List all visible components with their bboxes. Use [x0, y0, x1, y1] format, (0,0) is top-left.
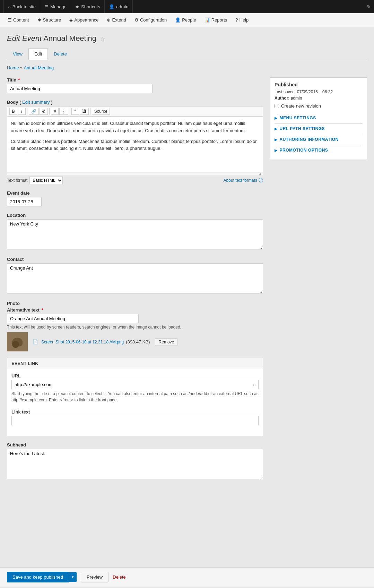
list-ul-button[interactable]: ≡	[51, 108, 59, 115]
appearance-icon: ◈	[69, 17, 73, 23]
toolbar-separator-2	[49, 108, 50, 114]
save-button[interactable]: Save and keep published	[7, 572, 69, 582]
nav-extend[interactable]: ⊕ Extend	[103, 13, 130, 27]
manage-icon: ☰	[44, 4, 49, 9]
title-required: *	[18, 77, 20, 83]
create-revision-checkbox[interactable]	[275, 104, 279, 108]
bold-button[interactable]: B	[9, 108, 17, 115]
event-date-input[interactable]	[7, 197, 42, 206]
alt-text-label: Alternative text *	[7, 307, 263, 313]
edit-summary-link[interactable]: Edit summary	[22, 100, 50, 105]
editor-wrapper: B I 🔗 ⊘ ≡ ⋮ " 🖼 Source	[7, 106, 263, 175]
image-button[interactable]: 🖼	[80, 108, 89, 115]
about-formats-link[interactable]: About text formats	[224, 178, 257, 183]
config-icon: ⚙	[134, 17, 139, 23]
nav-people[interactable]: 👤 People	[171, 13, 200, 27]
right-column: Published Last saved: 07/09/2015 – 06:32…	[270, 77, 367, 165]
event-link-header: EVENT LINK	[7, 358, 263, 369]
nav-bar: ☰ Content ❖ Structure ◈ Appearance ⊕ Ext…	[0, 13, 374, 27]
authoring-info-header[interactable]: ▶ AUTHORING INFORMATION	[275, 137, 363, 142]
tab-delete[interactable]: Delete	[48, 48, 73, 60]
title-field-group: Title *	[7, 77, 263, 93]
editor-content[interactable]: Nullam id dolor id nibh ulltricies vehic…	[7, 117, 263, 172]
url-help-text: Start typing the title of a piece of con…	[11, 391, 259, 403]
nav-structure[interactable]: ❖ Structure	[33, 13, 66, 27]
editor-resize-handle[interactable]: ◢	[7, 172, 263, 175]
menu-settings-header[interactable]: ▶ MENU SETTINGS	[275, 116, 363, 120]
save-dropdown-button[interactable]: ▾	[69, 572, 77, 582]
collapse-arrow-promotion: ▶	[275, 148, 278, 152]
admin-user-link[interactable]: 👤 admin	[105, 0, 133, 13]
location-label: Location	[7, 213, 263, 218]
subhead-field-group: Subhead Here's the Latest.	[7, 442, 263, 480]
subhead-textarea[interactable]: Here's the Latest.	[7, 449, 263, 479]
unlink-button[interactable]: ⊘	[40, 108, 48, 115]
collapse-arrow-url: ▶	[275, 127, 278, 131]
event-date-field-group: Event date	[7, 190, 263, 206]
extend-icon: ⊕	[107, 17, 111, 23]
tab-edit[interactable]: Edit	[28, 48, 48, 60]
subhead-label: Subhead	[7, 442, 263, 448]
authoring-info-section: ▶ AUTHORING INFORMATION	[275, 134, 363, 145]
url-input-wrap: ○	[11, 380, 259, 389]
editor-toolbar: B I 🔗 ⊘ ≡ ⋮ " 🖼 Source	[7, 106, 263, 117]
menu-settings-section: ▶ MENU SETTINGS	[275, 113, 363, 123]
home-icon: ⌂	[8, 4, 11, 9]
nav-reports[interactable]: 📊 Reports	[200, 13, 232, 27]
breadcrumb-current[interactable]: Antual Meeting	[24, 65, 54, 70]
location-textarea[interactable]: New York City	[7, 219, 263, 249]
link-button[interactable]: 🔗	[29, 108, 39, 115]
photo-filename-link[interactable]: Screen Shot 2015-06-10 at 12.31.18 AM.pn…	[41, 340, 124, 344]
contact-textarea[interactable]: Orange Ant	[7, 263, 263, 293]
nav-appearance[interactable]: ◈ Appearance	[65, 13, 103, 27]
favorite-icon[interactable]: ☆	[100, 36, 105, 42]
list-ol-button[interactable]: ⋮	[59, 108, 68, 115]
delete-link[interactable]: Delete	[113, 574, 126, 580]
breadcrumb-home[interactable]: Home	[7, 65, 19, 70]
page-content: Edit Event Annual Meeting ☆ View Edit De…	[0, 27, 374, 567]
main-layout: Title * Body ( Edit summary ) B I	[7, 77, 367, 486]
photo-file-row: 📄 Screen Shot 2015-06-10 at 12.31.18 AM.…	[7, 332, 263, 351]
text-format-bar: Text format Basic HTML Full HTML Plain t…	[7, 177, 263, 184]
preview-button[interactable]: Preview	[81, 572, 108, 582]
link-text-input[interactable]	[11, 416, 259, 425]
alt-text-group: Alternative text * This text will be use…	[7, 307, 263, 330]
title-label: Title *	[7, 77, 263, 83]
quote-button[interactable]: "	[71, 108, 79, 115]
italic-button[interactable]: I	[18, 108, 26, 115]
url-input[interactable]	[11, 380, 259, 389]
people-icon: 👤	[175, 17, 181, 23]
promotion-options-header[interactable]: ▶ PROMOTION OPTIONS	[275, 148, 363, 153]
user-icon: 👤	[109, 4, 114, 9]
edit-pencil-icon[interactable]: ✎	[367, 4, 371, 9]
nav-content[interactable]: ☰ Content	[3, 13, 33, 27]
toolbar-separator-4	[90, 108, 90, 114]
nav-help[interactable]: ? Help	[231, 13, 253, 27]
url-label: URL	[11, 373, 259, 378]
tabs: View Edit Delete	[7, 48, 367, 60]
photo-label: Photo	[7, 301, 263, 306]
url-path-section: ▶ URL PATH SETTINGS	[275, 123, 363, 134]
url-clear-icon[interactable]: ○	[253, 382, 256, 387]
collapsible-sections: ▶ MENU SETTINGS ▶ URL PATH SETTINGS ▶	[275, 113, 363, 155]
tab-view[interactable]: View	[7, 48, 28, 60]
collapse-arrow-authoring: ▶	[275, 138, 278, 142]
page-title: Edit Event Annual Meeting ☆	[7, 34, 367, 43]
shortcuts-link[interactable]: ★ Shortcuts	[71, 0, 105, 13]
link-text-label: Link text	[11, 409, 259, 415]
back-to-site-link[interactable]: ⌂ Back to site	[3, 0, 40, 13]
toolbar-separator-3	[70, 108, 70, 114]
url-path-header[interactable]: ▶ URL PATH SETTINGS	[275, 126, 363, 131]
admin-bar: ⌂ Back to site ☰ Manage ★ Shortcuts 👤 ad…	[0, 0, 374, 13]
text-format-select[interactable]: Basic HTML Full HTML Plain text	[29, 177, 63, 184]
last-saved: Last saved: 07/09/2015 – 06:32	[275, 90, 363, 94]
alt-text-input[interactable]	[7, 314, 139, 323]
contact-field-group: Contact Orange Ant	[7, 257, 263, 295]
remove-photo-button[interactable]: Remove	[155, 338, 178, 346]
title-input[interactable]	[7, 84, 153, 93]
nav-configuration[interactable]: ⚙ Configuration	[130, 13, 171, 27]
source-button[interactable]: Source	[92, 108, 110, 115]
event-link-section: EVENT LINK URL ○ Start typing the title …	[7, 358, 263, 436]
manage-link[interactable]: ☰ Manage	[40, 0, 71, 13]
create-revision-row: Create new revision	[275, 103, 363, 109]
